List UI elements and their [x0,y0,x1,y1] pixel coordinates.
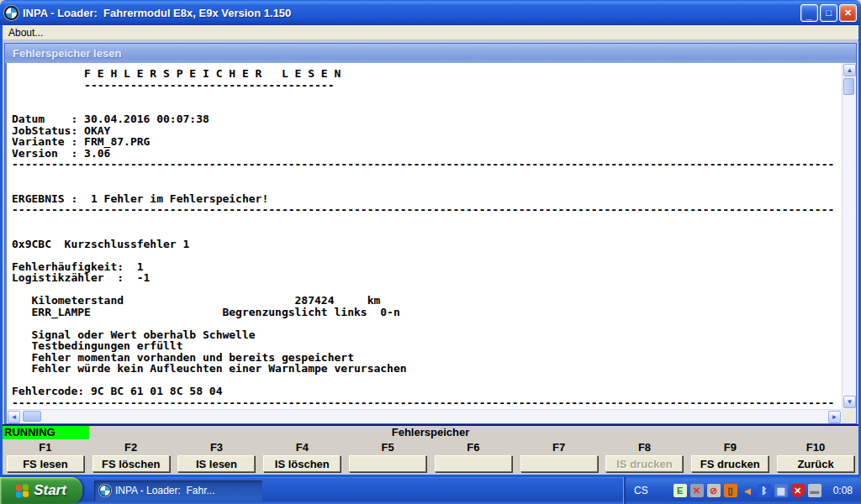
fkey-label-F2: F2 [124,441,137,455]
fkey-label-F4: F4 [296,441,309,455]
fkey-button-F8: IS drucken [605,455,683,472]
status-strip: RUNNING Fehlerspeicher [3,424,858,439]
bmw-logo-icon [99,485,111,496]
fkey-col-F1: F1FS lesen [3,441,88,475]
fkey-col-F3: F3IS lesen [174,441,260,475]
inpa-application: INPA - Loader: Fahrermodul E8x, E9x Vers… [0,0,861,504]
fkey-button-F6[interactable] [435,455,512,472]
fkey-label-F3: F3 [210,441,223,455]
taskbar-task-inpa[interactable]: INPA - Loader: Fahr... [94,480,262,501]
vertical-scroll-thumb[interactable] [843,78,854,95]
console-area: F E H L E R S P E I C H E R L E S E N --… [5,63,856,423]
fkey-col-F6: F6 [430,441,516,475]
scroll-right-icon[interactable]: ► [828,411,841,423]
display-settings-icon[interactable]: ▦ [774,484,788,497]
fkey-label-F6: F6 [467,441,479,455]
fkey-button-F7[interactable] [520,455,598,472]
language-indicator[interactable]: CS [634,485,648,496]
maximize-button[interactable]: □ [820,4,837,22]
fkey-button-F9[interactable]: FS drucken [691,455,769,472]
volume-icon[interactable]: ◄ [741,484,754,497]
bmw-logo-icon [4,6,18,20]
network-error-icon[interactable]: ✕ [690,484,704,497]
fkey-col-F5: F5 [345,441,430,475]
ediabas-icon[interactable]: E [673,484,687,497]
child-window-titlebar[interactable]: Fehlerspeicher lesen [5,44,856,63]
no-signal-icon[interactable]: ⊘ [707,484,721,497]
horizontal-scrollbar[interactable]: ◄ ► [7,409,842,423]
fkey-col-F2: F2FS löschen [88,441,174,475]
start-button[interactable]: Start [0,477,82,504]
bluetooth-icon[interactable]: ᛒ [758,484,771,497]
app-body: About... Fehlerspeicher lesen F E H L E … [0,25,861,477]
workspace: Fehlerspeicher lesen F E H L E R S P E I… [3,40,858,424]
taskbar-clock: 0:08 [833,485,853,496]
minimize-button[interactable]: _ [800,4,818,22]
fkey-button-F4[interactable]: IS löschen [263,455,341,472]
fkey-label-F1: F1 [39,441,51,455]
fkey-label-F5: F5 [382,441,394,455]
monitor-icon[interactable]: ▬ [808,484,821,497]
horizontal-scroll-thumb[interactable] [23,411,41,422]
windows-flag-icon [16,484,29,497]
fkey-col-F7: F7 [516,441,602,475]
child-window-title: Fehlerspeicher lesen [13,47,121,60]
fkey-button-F2[interactable]: FS löschen [92,455,170,472]
fkey-col-F8: F8IS drucken [602,441,688,475]
scroll-left-icon[interactable]: ◄ [8,411,20,423]
close-button[interactable]: ✕ [839,4,857,22]
window-titlebar[interactable]: INPA - Loader: Fahrermodul E8x, E9x Vers… [0,0,861,25]
window-title: INPA - Loader: Fahrermodul E8x, E9x Vers… [23,7,800,19]
fkey-label-F10: F10 [806,441,825,455]
taskbar: Start INPA - Loader: Fahr... CS E✕⊘▯◄ᛒ▦✕… [0,477,861,504]
fkey-col-F10: F10Zurück [773,441,858,475]
function-key-bar: F1FS lesenF2FS löschenF3IS lesenF4IS lös… [3,439,858,475]
fkey-button-F5[interactable] [349,455,426,472]
fkey-button-F3[interactable]: IS lesen [177,455,255,472]
scrollbar-corner [842,409,856,423]
fkey-col-F4: F4IS löschen [259,441,345,475]
fkey-button-F1[interactable]: FS lesen [7,455,84,472]
task-label: INPA - Loader: Fahr... [115,485,215,496]
fkey-label-F7: F7 [552,441,565,455]
battery-icon[interactable]: ▯ [724,484,737,497]
security-shield-icon[interactable]: ✕ [791,484,805,497]
fkey-button-F10[interactable]: Zurück [777,455,854,472]
scroll-down-icon[interactable]: ▼ [843,396,856,408]
menu-item-about[interactable]: About... [3,26,49,39]
vertical-scrollbar[interactable]: ▲ ▼ [842,63,856,409]
system-tray: CS E✕⊘▯◄ᛒ▦✕▬ 0:08 [623,477,861,504]
start-label: Start [34,482,66,499]
menubar: About... [3,25,858,40]
tray-icons: E✕⊘▯◄ᛒ▦✕▬ [673,484,821,497]
scroll-up-icon[interactable]: ▲ [843,64,856,76]
screen-title: Fehlerspeicher [3,426,858,439]
fkey-label-F8: F8 [638,441,651,455]
console-text: F E H L E R S P E I C H E R L E S E N --… [7,63,842,409]
fehlerspeicher-window: Fehlerspeicher lesen F E H L E R S P E I… [4,43,857,424]
fkey-col-F9: F9FS drucken [687,441,773,475]
fkey-label-F9: F9 [724,441,737,455]
